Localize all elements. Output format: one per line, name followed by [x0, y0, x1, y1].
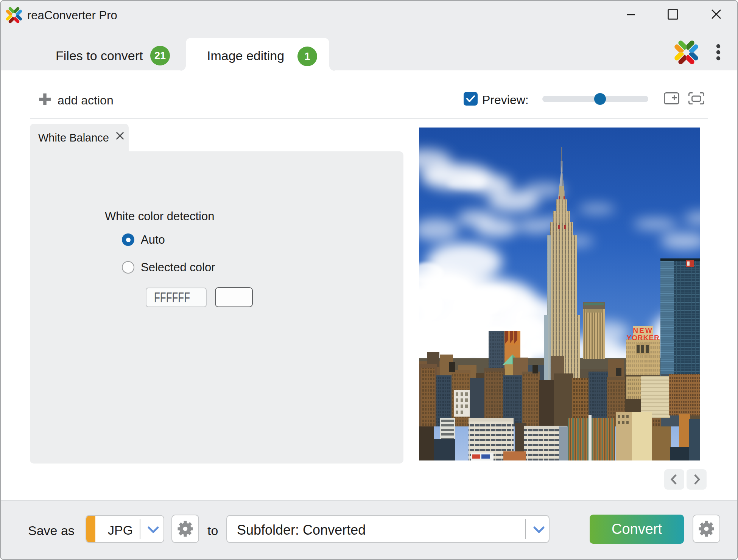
- svg-text:YORKER: YORKER: [626, 334, 659, 342]
- svg-text:NEW: NEW: [633, 327, 653, 334]
